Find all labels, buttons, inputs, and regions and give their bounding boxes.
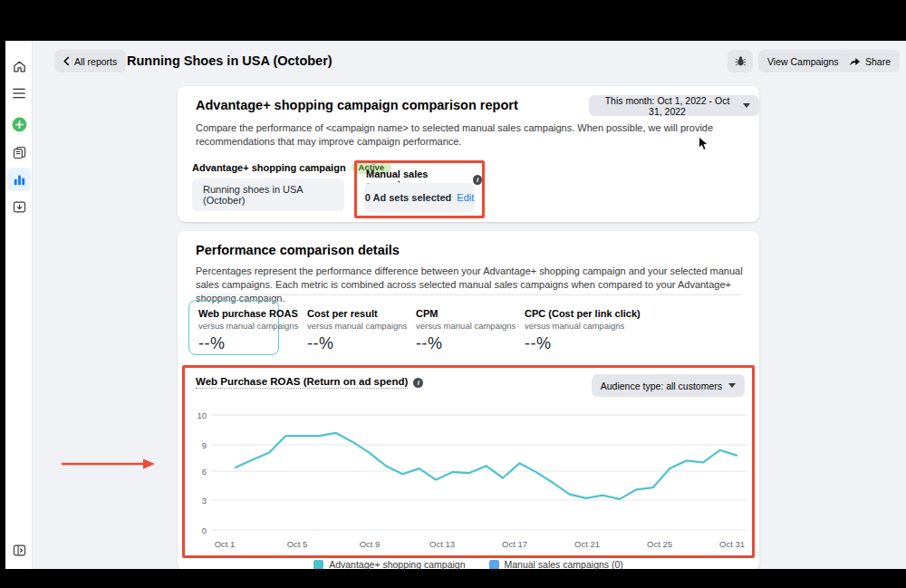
x-axis-tick: Oct 31 (719, 539, 745, 549)
info-icon[interactable]: i (473, 175, 482, 185)
edit-link[interactable]: Edit (457, 192, 474, 203)
metric-label: CPM (416, 308, 501, 319)
create-plus-icon (11, 116, 28, 133)
chart-legend: Advantage+ shopping campaignManual sales… (178, 559, 759, 569)
ad-sets-selected-value: 0 Ad sets selected (365, 192, 452, 203)
metric-sublabel: versus manual campaigns (198, 321, 269, 331)
x-axis-tick: Oct 1 (215, 539, 236, 549)
chart-annotation-box: Web Purchase ROAS (Return on ad spend) i… (182, 365, 755, 558)
metric-card[interactable]: Web purchase ROAS versus manual campaign… (188, 300, 279, 355)
download-tray-icon (12, 199, 27, 215)
date-range-dropdown[interactable]: This month: Oct 1, 2022 - Oct 31, 2022 (589, 95, 759, 116)
performance-card-title: Performance comparison details (196, 243, 400, 257)
metric-label: Web purchase ROAS (198, 308, 269, 319)
date-range-value: This month: Oct 1, 2022 - Oct 31, 2022 (598, 95, 737, 117)
metric-value: --% (416, 334, 501, 353)
advantage-campaign-label: Advantage+ shopping campaign (192, 162, 346, 173)
sidebar-item-reports[interactable] (9, 169, 29, 189)
sidebar-item-create[interactable] (9, 114, 29, 134)
bar-chart-icon (12, 172, 27, 188)
advantage-campaign-value-box: Running shoes in USA (October) (192, 178, 344, 211)
legend-item[interactable]: Advantage+ shopping campaign (313, 559, 465, 569)
back-all-reports-button[interactable]: All reports (54, 50, 126, 72)
metric-value: --% (525, 334, 610, 353)
info-icon[interactable]: i (413, 378, 423, 388)
menu-icon (12, 87, 26, 100)
comparison-report-card: Advantage+ shopping campaign comparison … (178, 86, 759, 222)
metric-sublabel: versus manual campaigns (416, 321, 501, 331)
chevron-left-icon (63, 56, 70, 66)
advantage-campaign-value: Running shoes in USA (October) (203, 184, 344, 206)
metric-value: --% (198, 334, 269, 353)
y-axis-tick: 3 (202, 496, 207, 506)
divider (196, 294, 741, 295)
x-axis-tick: Oct 13 (429, 539, 455, 549)
x-axis-tick: Oct 21 (574, 539, 600, 549)
chevron-down-icon (728, 383, 736, 388)
campaigns-icon (12, 145, 27, 160)
metric-label: Cost per result (307, 308, 392, 319)
view-campaigns-button[interactable]: View Campaigns (758, 50, 848, 72)
metric-value: --% (307, 334, 392, 353)
report-card-title: Advantage+ shopping campaign comparison … (196, 98, 518, 112)
share-label: Share (865, 56, 891, 67)
sidebar (5, 41, 33, 569)
x-axis-tick: Oct 17 (502, 539, 527, 549)
legend-label: Advantage+ shopping campaign (329, 559, 465, 569)
report-card-description: Compare the performance of <campaign nam… (196, 121, 743, 149)
metric-card[interactable]: CPC (Cost per link click) versus manual … (515, 300, 620, 355)
app-window: All reports Running Shoes in USA (Octobe… (5, 41, 906, 569)
y-axis-tick: 0 (202, 525, 207, 535)
audience-type-dropdown[interactable]: Audience type: all customers (592, 374, 745, 397)
x-axis-tick: Oct 5 (287, 539, 308, 549)
report-bug-button[interactable] (728, 50, 753, 72)
metric-card[interactable]: Cost per result versus manual campaigns … (297, 300, 402, 355)
share-button[interactable]: Share (840, 50, 900, 72)
share-arrow-icon (849, 56, 861, 67)
metric-card[interactable]: CPM versus manual campaigns --% (406, 300, 511, 355)
sidebar-item-campaigns[interactable] (9, 142, 29, 162)
metric-sublabel: versus manual campaigns (525, 321, 610, 331)
legend-swatch (489, 560, 499, 570)
metric-sublabel: versus manual campaigns (307, 321, 392, 331)
legend-swatch (313, 560, 323, 570)
y-axis-tick: 6 (202, 467, 207, 477)
performance-details-card: Performance comparison details Percentag… (178, 231, 759, 569)
back-label: All reports (74, 56, 117, 67)
sidebar-item-home[interactable] (9, 56, 29, 76)
legend-item[interactable]: Manual sales campaigns (0) (489, 559, 623, 569)
chart-title-row: Web Purchase ROAS (Return on ad spend) i (196, 376, 423, 389)
ad-sets-selected-box: 0 Ad sets selected Edit (364, 183, 475, 212)
chevron-down-icon (743, 103, 750, 108)
metric-label: CPC (Cost per link click) (525, 308, 610, 319)
series-line-advantage-shopping-campaign (236, 433, 737, 499)
y-axis-tick: 10 (197, 410, 207, 420)
audience-type-value: Audience type: all customers (601, 381, 722, 391)
manual-campaigns-annotation-box: Manual sales campaigns i 0 Ad sets selec… (354, 160, 485, 218)
y-axis-tick: 9 (202, 440, 207, 450)
x-axis-tick: Oct 9 (360, 539, 381, 549)
bug-icon (735, 55, 747, 67)
legend-label: Manual sales campaigns (0) (505, 559, 623, 569)
screen: All reports Running Shoes in USA (Octobe… (0, 0, 906, 588)
roas-line-chart: 109630Oct 1Oct 5Oct 9Oct 13Oct 17Oct 21O… (185, 400, 752, 554)
x-axis-tick: Oct 25 (647, 539, 672, 549)
sidebar-item-downloads[interactable] (9, 197, 29, 217)
page-title: Running Shoes in USA (October) (127, 53, 333, 68)
sidebar-item-menu[interactable] (9, 83, 29, 103)
home-icon (12, 59, 27, 74)
chart-title: Web Purchase ROAS (Return on ad spend) (196, 376, 408, 389)
sidebar-item-collapse[interactable] (9, 540, 29, 560)
collapse-sidebar-icon (12, 543, 27, 558)
